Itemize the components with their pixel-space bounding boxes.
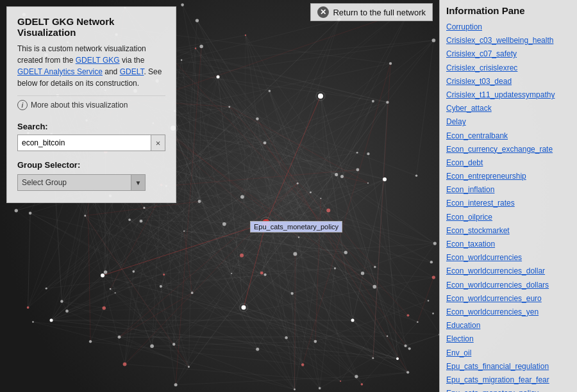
node-label: Epu_cats_monetary_policy	[250, 221, 342, 233]
info-pane-link[interactable]: Econ_oilprice	[446, 211, 571, 224]
return-button-label: Return to the full network	[333, 8, 426, 17]
info-pane-link[interactable]: Education	[446, 320, 571, 332]
right-panel: Information Pane CorruptionCrisislex_c03…	[439, 0, 577, 392]
group-dropdown-arrow-icon[interactable]: ▼	[131, 174, 146, 191]
group-selector: Select Group All Groups Economic Politic…	[17, 174, 146, 191]
left-panel: GDELT GKG Network Visualization This is …	[6, 6, 176, 203]
group-select-dropdown[interactable]: Select Group All Groups Economic Politic…	[17, 174, 131, 191]
info-icon: i	[17, 100, 28, 110]
info-pane-link[interactable]: Crisislex_crisislexrec	[446, 62, 571, 74]
info-pane-link[interactable]: Crisislex_t03_dead	[446, 76, 571, 88]
search-input[interactable]	[17, 135, 151, 151]
info-pane-link[interactable]: Cyber_attack	[446, 102, 571, 115]
more-info-label: More about this visualization	[31, 101, 128, 110]
gdelt-link[interactable]: GDELT	[120, 67, 144, 76]
info-pane-link[interactable]: Epu_cats_financial_regulation	[446, 361, 571, 373]
analytics-service-link[interactable]: GDELT Analytics Service	[17, 67, 103, 76]
info-pane-link[interactable]: Econ_stockmarket	[446, 225, 571, 237]
gdelt-gkg-link[interactable]: GDELT GKG	[76, 56, 120, 65]
info-pane-link[interactable]: Econ_worldcurrencies_dollars	[446, 279, 571, 291]
info-pane-link[interactable]: Econ_entrepreneurship	[446, 170, 571, 183]
info-pane-link[interactable]: Election	[446, 333, 571, 345]
info-pane-link[interactable]: Econ_worldcurrencies	[446, 252, 571, 264]
info-pane-link[interactable]: Econ_interest_rates	[446, 197, 571, 209]
info-pane-title: Information Pane	[446, 5, 571, 16]
panel-description: This is a custom network visualization c…	[17, 43, 165, 89]
info-pane-link[interactable]: Corruption	[446, 21, 571, 33]
node-label-text: Epu_cats_monetary_policy	[254, 223, 339, 231]
info-pane-link[interactable]: Econ_worldcurrencies_euro	[446, 293, 571, 305]
info-pane-link[interactable]: Econ_taxation	[446, 238, 571, 250]
panel-title: GDELT GKG Network Visualization	[17, 16, 165, 38]
info-pane-link[interactable]: Env_oil	[446, 347, 571, 359]
return-icon: ✕	[317, 6, 329, 18]
info-pane-link[interactable]: Epu_cats_monetary_policy	[446, 388, 571, 392]
search-container: ×	[17, 135, 165, 151]
info-pane-link[interactable]: Econ_centralbank	[446, 130, 571, 142]
info-pane-link[interactable]: Econ_debt	[446, 157, 571, 169]
info-pane-link[interactable]: Econ_currency_exchange_rate	[446, 143, 571, 156]
info-pane-link[interactable]: Epu_cats_migration_fear_fear	[446, 374, 571, 386]
more-info-section[interactable]: i More about this visualization	[17, 95, 165, 114]
search-clear-button[interactable]: ×	[151, 135, 165, 151]
info-pane-link[interactable]: Econ_worldcurrencies_yen	[446, 306, 571, 318]
search-label: Search:	[17, 122, 165, 131]
info-pane-link[interactable]: Crisislex_t11_updatessympathy	[446, 89, 571, 101]
info-pane-link[interactable]: Econ_inflation	[446, 184, 571, 196]
return-to-full-network-button[interactable]: ✕ Return to the full network	[310, 3, 433, 21]
info-pane-link[interactable]: Crisislex_c07_safety	[446, 48, 571, 60]
group-selector-label: Group Selector:	[17, 160, 165, 170]
info-pane-links: CorruptionCrisislex_c03_wellbeing_health…	[446, 21, 571, 392]
info-pane-link[interactable]: Econ_worldcurrencies_dollar	[446, 265, 571, 277]
info-pane-link[interactable]: Delay	[446, 116, 571, 128]
info-pane-link[interactable]: Crisislex_c03_wellbeing_health	[446, 35, 571, 47]
